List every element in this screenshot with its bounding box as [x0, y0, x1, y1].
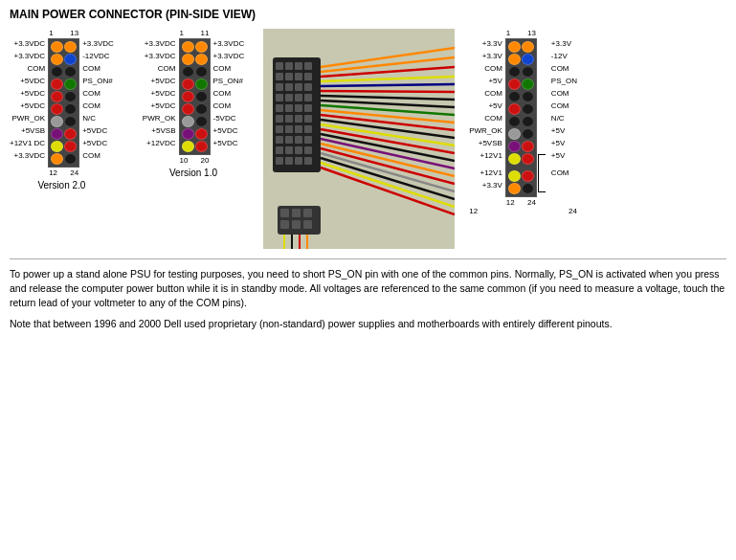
svg-rect-33	[276, 146, 283, 154]
cable-photo	[263, 29, 455, 249]
svg-rect-24	[304, 115, 312, 123]
v10-version-label: Version 1.0	[169, 168, 217, 178]
svg-rect-10	[285, 83, 293, 91]
right-pin-grid: 113	[505, 29, 537, 207]
right-left-labels: +3.3V +3.3V COM +5V COM +5V COM PWR_OK +…	[469, 29, 505, 200]
svg-rect-69	[303, 220, 312, 229]
svg-rect-2	[285, 62, 293, 70]
svg-rect-39	[295, 157, 302, 165]
svg-rect-9	[276, 83, 283, 91]
description-paragraph2: Note that between 1996 and 2000 Dell use…	[10, 317, 726, 331]
svg-rect-36	[304, 146, 312, 154]
svg-rect-22	[285, 115, 293, 123]
svg-line-46	[321, 91, 455, 92]
svg-rect-23	[295, 115, 302, 123]
svg-rect-34	[285, 146, 293, 154]
svg-rect-18	[285, 104, 293, 112]
svg-rect-37	[276, 157, 283, 165]
svg-rect-14	[285, 94, 293, 101]
svg-rect-8	[304, 73, 312, 80]
svg-rect-20	[304, 104, 312, 112]
right-right-labels: +3.3V -12V COM PS_ON COM COM N/C +5V +5V…	[548, 29, 577, 188]
svg-rect-64	[280, 209, 289, 217]
svg-line-45	[321, 84, 455, 86]
version10-diagram: +3.3VDC +3.3VDC COM +5VDC +5VDC +5VDC PW…	[143, 29, 244, 178]
version20-diagram: +3.3VDC +3.3VDC COM +5VDC +5VDC +5VDC PW…	[10, 29, 114, 190]
svg-rect-13	[276, 94, 283, 101]
svg-rect-15	[295, 94, 302, 101]
svg-rect-27	[295, 125, 302, 133]
page-title: MAIN POWER CONNECTOR (PIN-SIDE VIEW)	[10, 8, 726, 21]
svg-rect-3	[295, 62, 302, 70]
right-pin-nums: 1224	[469, 207, 577, 215]
svg-rect-21	[276, 115, 283, 123]
svg-rect-7	[295, 73, 302, 80]
svg-line-62	[321, 168, 455, 214]
v10-pin-grid: 111 1020	[179, 29, 211, 165]
svg-rect-66	[303, 209, 312, 217]
svg-rect-28	[304, 125, 312, 133]
svg-rect-32	[304, 136, 312, 144]
svg-rect-17	[276, 104, 283, 112]
svg-rect-6	[285, 73, 293, 80]
svg-rect-1	[276, 62, 283, 70]
v20-pin-grid: 113 1224	[48, 29, 79, 177]
svg-rect-67	[280, 220, 289, 229]
text-section: To power up a stand alone PSU for testin…	[10, 258, 726, 331]
svg-rect-38	[285, 157, 293, 165]
v10-right-labels: +3.3VDC +3.3VDC COM PS_ON# COM COM -5VDC…	[211, 29, 245, 158]
v20-right-labels: +3.3VDC -12VDC COM PS_ON# COM COM N/C +5…	[79, 29, 114, 170]
svg-rect-31	[295, 136, 302, 144]
svg-rect-11	[295, 83, 302, 91]
svg-rect-40	[304, 157, 312, 165]
v10-left-labels: +3.3VDC +3.3VDC COM +5VDC +5VDC +5VDC PW…	[143, 29, 179, 158]
v20-version-label: Version 2.0	[37, 180, 85, 190]
svg-line-47	[321, 96, 455, 100]
svg-rect-25	[276, 125, 283, 133]
svg-rect-65	[292, 209, 301, 217]
svg-rect-30	[285, 136, 293, 144]
svg-rect-12	[304, 83, 312, 91]
right-diagram: +3.3V +3.3V COM +5V COM +5V COM PWR_OK +…	[469, 29, 577, 215]
v20-left-labels: +3.3VDC +3.3VDC COM +5VDC +5VDC +5VDC PW…	[10, 29, 48, 170]
svg-rect-35	[295, 146, 302, 154]
svg-rect-26	[285, 125, 293, 133]
description-paragraph1: To power up a stand alone PSU for testin…	[10, 267, 726, 311]
svg-rect-29	[276, 136, 283, 144]
svg-rect-5	[276, 73, 283, 80]
svg-rect-68	[292, 220, 301, 229]
svg-rect-4	[304, 62, 312, 70]
svg-rect-19	[295, 104, 302, 112]
svg-line-44	[321, 77, 455, 81]
svg-rect-16	[304, 94, 312, 101]
